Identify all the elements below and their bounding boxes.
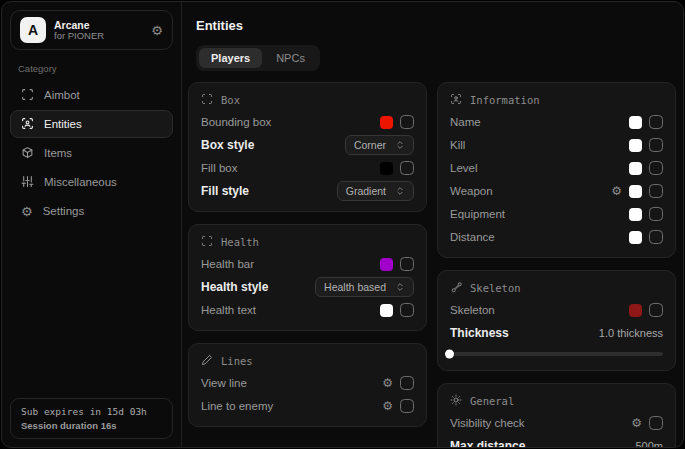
chevrons-up-down-icon (395, 182, 405, 200)
color-swatch[interactable] (629, 185, 642, 198)
main-panel: Entities Players NPCs Box Bounding box (182, 2, 684, 447)
scan-person-icon (450, 93, 462, 107)
color-swatch[interactable] (380, 162, 393, 175)
thickness-slider[interactable] (450, 352, 663, 356)
checkbox[interactable] (649, 184, 663, 198)
sidebar-item-entities[interactable]: Entities (10, 110, 173, 138)
sidebar-item-miscellaneous[interactable]: Miscellaneous (10, 168, 173, 196)
app-name: Arcane (54, 19, 143, 31)
checkbox[interactable] (649, 161, 663, 175)
setting-row-fill-style: Fill style Gradient (201, 181, 414, 201)
setting-row-bounding-box: Bounding box (201, 112, 414, 132)
card-title: Box (221, 94, 240, 106)
setting-label: Level (450, 162, 478, 174)
checkbox[interactable] (649, 230, 663, 244)
setting-label: Box style (201, 138, 254, 152)
setting-row-weapon: Weapon ⚙ (450, 181, 663, 201)
setting-row-view-line: View line ⚙ (201, 373, 414, 393)
setting-row-box-style: Box style Corner (201, 135, 414, 155)
checkbox[interactable] (649, 416, 663, 430)
checkbox[interactable] (400, 257, 414, 271)
chevrons-up-down-icon (395, 136, 405, 154)
fill-style-select[interactable]: Gradient (337, 181, 414, 201)
thickness-value: 1.0 thickness (599, 327, 663, 339)
sidebar-item-label: Aimbot (44, 89, 80, 101)
card-lines: Lines View line ⚙ Line to enemy ⚙ (188, 343, 427, 427)
tab-npcs[interactable]: NPCs (264, 48, 317, 68)
color-swatch[interactable] (380, 304, 393, 317)
checkbox[interactable] (400, 161, 414, 175)
max-distance-value: 500m (635, 440, 663, 448)
scan-icon (201, 93, 213, 107)
checkbox[interactable] (400, 115, 414, 129)
gear-icon[interactable]: ⚙ (151, 24, 163, 37)
slider-thumb[interactable] (445, 350, 454, 359)
checkbox[interactable] (400, 303, 414, 317)
setting-row-distance: Distance (450, 227, 663, 247)
color-swatch[interactable] (629, 208, 642, 221)
health-style-select[interactable]: Health based (315, 277, 414, 297)
brand-card: A Arcane for PIONER ⚙ (10, 10, 173, 50)
checkbox[interactable] (400, 399, 414, 413)
setting-label: Skeleton (450, 304, 495, 316)
setting-row-health-style: Health style Health based (201, 277, 414, 297)
sidebar-item-label: Items (44, 147, 72, 159)
color-swatch[interactable] (629, 116, 642, 129)
color-swatch[interactable] (629, 231, 642, 244)
setting-label: Line to enemy (201, 400, 273, 412)
card-title: Lines (221, 355, 253, 367)
sidebar: A Arcane for PIONER ⚙ Category Aimbot En… (2, 2, 182, 447)
card-information: Information Name Kill (437, 82, 676, 258)
card-health: Health Health bar Health style Health ba… (188, 224, 427, 331)
checkbox[interactable] (649, 207, 663, 221)
gear-icon[interactable]: ⚙ (611, 185, 622, 197)
gear-icon[interactable]: ⚙ (631, 417, 642, 429)
gear-icon[interactable]: ⚙ (382, 377, 393, 389)
pencil-icon (201, 354, 213, 368)
sub-expires-text: Sub expires in 15d 03h (21, 406, 162, 417)
bone-icon (450, 281, 462, 295)
checkbox[interactable] (649, 303, 663, 317)
setting-row-level: Level (450, 158, 663, 178)
setting-row-kill: Kill (450, 135, 663, 155)
checkbox[interactable] (649, 115, 663, 129)
color-swatch[interactable] (629, 304, 642, 317)
app-window: A Arcane for PIONER ⚙ Category Aimbot En… (1, 1, 684, 448)
card-title: General (470, 395, 514, 407)
sidebar-item-label: Settings (43, 205, 85, 217)
page-title: Entities (196, 18, 676, 33)
chevrons-up-down-icon (395, 278, 405, 296)
color-swatch[interactable] (629, 162, 642, 175)
box-style-select[interactable]: Corner (345, 135, 414, 155)
setting-row-health-bar: Health bar (201, 254, 414, 274)
color-swatch[interactable] (380, 258, 393, 271)
setting-row-skeleton: Skeleton (450, 300, 663, 320)
setting-label: Visibility check (450, 417, 525, 429)
checkbox[interactable] (400, 376, 414, 390)
card-skeleton: Skeleton Skeleton Thickness 1.0 thicknes… (437, 270, 676, 371)
setting-label: Bounding box (201, 116, 271, 128)
session-duration-text: Session duration 16s (21, 420, 162, 431)
color-swatch[interactable] (380, 116, 393, 129)
setting-label: Health text (201, 304, 256, 316)
card-box: Box Bounding box Box style Corner (188, 82, 427, 212)
color-swatch[interactable] (629, 139, 642, 152)
scan-icon (201, 235, 213, 249)
sidebar-item-items[interactable]: Items (10, 139, 173, 167)
sidebar-item-settings[interactable]: ⚙ Settings (10, 197, 173, 225)
gear-icon[interactable]: ⚙ (382, 400, 393, 412)
tab-players[interactable]: Players (199, 48, 262, 68)
setting-row-health-text: Health text (201, 300, 414, 320)
sidebar-item-label: Miscellaneous (44, 176, 117, 188)
checkbox[interactable] (649, 138, 663, 152)
setting-label: Name (450, 116, 481, 128)
crosshair-icon (21, 88, 34, 103)
sidebar-item-label: Entities (44, 118, 82, 130)
setting-row-visibility-check: Visibility check ⚙ (450, 413, 663, 433)
setting-label: Thickness (450, 326, 509, 340)
package-icon (21, 146, 34, 161)
sidebar-item-aimbot[interactable]: Aimbot (10, 81, 173, 109)
setting-label: Equipment (450, 208, 505, 220)
gear-icon: ⚙ (21, 205, 33, 218)
setting-label: Max distance (450, 439, 525, 448)
